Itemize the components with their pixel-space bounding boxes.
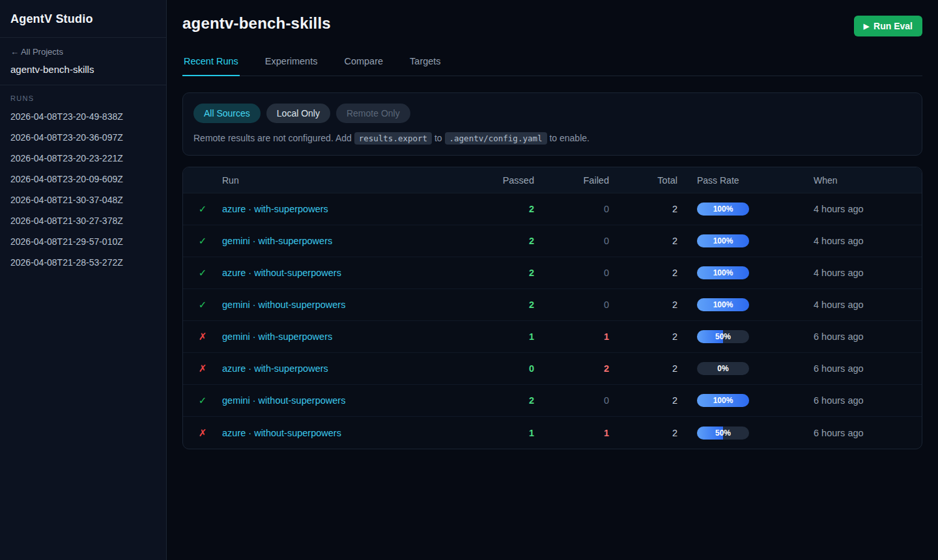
tab-experiments[interactable]: Experiments xyxy=(264,56,319,76)
pass-rate-label: 100% xyxy=(713,268,733,277)
filter-chip-remote-only: Remote Only xyxy=(336,104,410,123)
run-link[interactable]: gemini · without-superpowers xyxy=(222,395,345,406)
col-when: When xyxy=(813,175,922,186)
filter-chip-local-only[interactable]: Local Only xyxy=(266,104,330,123)
runs-table: Run Passed Failed Total Pass Rate When ✓… xyxy=(182,167,922,449)
status-icon: ✓ xyxy=(199,299,207,310)
table-row[interactable]: ✓ gemini · without-superpowers 2 0 2 100… xyxy=(183,289,922,321)
failed-count: 0 xyxy=(534,236,609,246)
run-link[interactable]: gemini · without-superpowers xyxy=(222,300,345,310)
passed-count: 2 xyxy=(469,236,534,246)
run-link[interactable]: azure · with-superpowers xyxy=(222,204,328,214)
col-pass-rate: Pass Rate xyxy=(677,175,813,186)
failed-count: 1 xyxy=(534,331,609,342)
when-text: 6 hours ago xyxy=(813,428,922,438)
total-count: 2 xyxy=(609,331,677,342)
passed-count: 0 xyxy=(469,363,534,374)
col-passed: Passed xyxy=(469,175,534,186)
status-icon: ✗ xyxy=(199,427,207,438)
run-link[interactable]: gemini · with-superpowers xyxy=(222,331,332,342)
status-icon: ✗ xyxy=(199,331,207,342)
passed-count: 2 xyxy=(469,204,534,214)
passed-count: 1 xyxy=(469,331,534,342)
failed-count: 2 xyxy=(534,363,609,374)
run-link[interactable]: azure · with-superpowers xyxy=(222,363,328,374)
table-row[interactable]: ✓ azure · with-superpowers 2 0 2 100% 4 … xyxy=(183,193,922,225)
pass-rate-label: 0% xyxy=(717,364,728,373)
sidebar-run-item[interactable]: 2026-04-08T21-30-37-048Z xyxy=(10,189,156,210)
pass-rate-pill: 100% xyxy=(697,203,749,216)
table-row[interactable]: ✗ azure · without-superpowers 1 1 2 50% … xyxy=(183,417,922,449)
total-count: 2 xyxy=(609,363,677,374)
sidebar: AgentV Studio ← All Projects agentv-benc… xyxy=(0,0,167,560)
total-count: 2 xyxy=(609,428,677,438)
pass-rate-label: 100% xyxy=(713,300,733,309)
pass-rate-pill: 100% xyxy=(697,298,749,311)
run-link[interactable]: azure · without-superpowers xyxy=(222,428,341,438)
status-icon: ✓ xyxy=(199,203,207,214)
sidebar-run-item[interactable]: 2026-04-08T23-20-23-221Z xyxy=(10,148,156,169)
when-text: 6 hours ago xyxy=(813,395,922,406)
table-row[interactable]: ✗ azure · with-superpowers 0 2 2 0% 6 ho… xyxy=(183,353,922,385)
run-link[interactable]: gemini · with-superpowers xyxy=(222,236,332,246)
total-count: 2 xyxy=(609,300,677,310)
table-body: ✓ azure · with-superpowers 2 0 2 100% 4 … xyxy=(183,193,922,449)
run-eval-label: Run Eval xyxy=(874,21,913,31)
run-list: 2026-04-08T23-20-49-838Z2026-04-08T23-20… xyxy=(10,106,156,273)
filter-chip-all-sources[interactable]: All Sources xyxy=(193,104,261,123)
total-count: 2 xyxy=(609,395,677,406)
tab-bar: Recent RunsExperimentsCompareTargets xyxy=(182,56,922,76)
table-header: Run Passed Failed Total Pass Rate When xyxy=(183,167,922,193)
run-link[interactable]: azure · without-superpowers xyxy=(222,268,341,278)
failed-count: 0 xyxy=(534,268,609,278)
table-row[interactable]: ✓ gemini · with-superpowers 2 0 2 100% 4… xyxy=(183,225,922,257)
pass-rate-pill: 50% xyxy=(697,330,749,343)
pass-rate-pill: 100% xyxy=(697,266,749,279)
app-brand: AgentV Studio xyxy=(0,0,166,38)
total-count: 2 xyxy=(609,268,677,278)
when-text: 6 hours ago xyxy=(813,331,922,342)
failed-count: 1 xyxy=(534,428,609,438)
code-config-yaml: .agentv/config.yaml xyxy=(445,132,547,145)
note-suffix: to enable. xyxy=(549,133,590,143)
all-projects-link[interactable]: ← All Projects xyxy=(10,47,156,57)
sidebar-run-item[interactable]: 2026-04-08T21-29-57-010Z xyxy=(10,231,156,252)
failed-count: 0 xyxy=(534,300,609,310)
pass-rate-label: 100% xyxy=(713,236,733,245)
source-filter-panel: All SourcesLocal OnlyRemote Only Remote … xyxy=(182,92,922,156)
sidebar-project-name: agentv-bench-skills xyxy=(10,64,156,75)
when-text: 6 hours ago xyxy=(813,363,922,374)
pass-rate-pill: 0% xyxy=(697,362,749,375)
page-title: agentv-bench-skills xyxy=(182,14,331,33)
failed-count: 0 xyxy=(534,395,609,406)
tab-compare[interactable]: Compare xyxy=(343,56,384,76)
play-icon: ▶ xyxy=(864,22,869,31)
main-content: agentv-bench-skills ▶ Run Eval Recent Ru… xyxy=(167,0,938,560)
table-row[interactable]: ✓ azure · without-superpowers 2 0 2 100%… xyxy=(183,257,922,289)
passed-count: 2 xyxy=(469,395,534,406)
sidebar-run-item[interactable]: 2026-04-08T21-28-53-272Z xyxy=(10,252,156,273)
source-filter-chips: All SourcesLocal OnlyRemote Only xyxy=(193,104,911,123)
col-total: Total xyxy=(609,175,677,186)
note-prefix: Remote results are not configured. Add xyxy=(193,133,352,143)
sidebar-run-item[interactable]: 2026-04-08T23-20-09-609Z xyxy=(10,169,156,189)
table-row[interactable]: ✗ gemini · with-superpowers 1 1 2 50% 6 … xyxy=(183,321,922,353)
passed-count: 2 xyxy=(469,300,534,310)
pass-rate-label: 50% xyxy=(715,428,731,438)
tab-targets[interactable]: Targets xyxy=(408,56,442,76)
run-eval-button[interactable]: ▶ Run Eval xyxy=(854,16,922,36)
table-row[interactable]: ✓ gemini · without-superpowers 2 0 2 100… xyxy=(183,385,922,417)
status-icon: ✓ xyxy=(199,235,207,246)
status-icon: ✓ xyxy=(199,267,207,278)
pass-rate-label: 100% xyxy=(713,396,733,405)
code-results-export: results.export xyxy=(354,132,432,145)
sidebar-run-item[interactable]: 2026-04-08T23-20-49-838Z xyxy=(10,106,156,127)
passed-count: 1 xyxy=(469,428,534,438)
sidebar-run-item[interactable]: 2026-04-08T21-30-27-378Z xyxy=(10,210,156,231)
note-middle: to xyxy=(434,133,442,143)
total-count: 2 xyxy=(609,204,677,214)
pass-rate-pill: 50% xyxy=(697,427,749,440)
runs-section-label: RUNS xyxy=(10,94,156,102)
sidebar-run-item[interactable]: 2026-04-08T23-20-36-097Z xyxy=(10,127,156,148)
tab-recent-runs[interactable]: Recent Runs xyxy=(182,56,240,76)
